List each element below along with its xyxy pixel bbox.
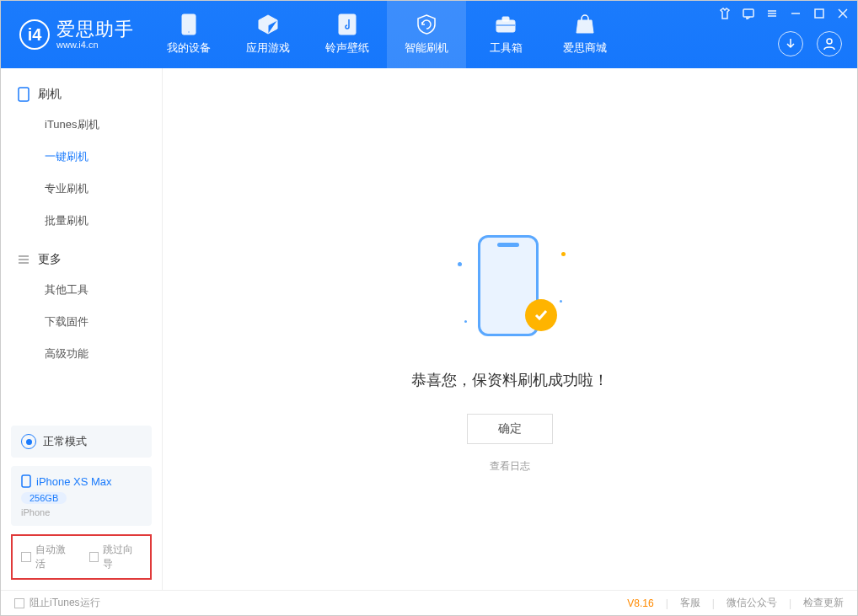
tab-apps-games[interactable]: 应用游戏	[228, 1, 308, 68]
svg-rect-3	[496, 20, 515, 32]
shirt-icon[interactable]	[717, 6, 732, 21]
list-icon	[18, 254, 29, 265]
sidebar-item-oneclick-flash[interactable]: 一键刷机	[1, 141, 162, 173]
phone-small-icon	[21, 474, 31, 488]
shield-refresh-icon	[416, 13, 437, 35]
tab-label: 铃声壁纸	[325, 40, 369, 56]
view-log-link[interactable]: 查看日志	[490, 459, 530, 474]
sidebar-item-advanced[interactable]: 高级功能	[1, 338, 162, 370]
feedback-icon[interactable]	[741, 6, 756, 21]
device-name: iPhone XS Max	[36, 475, 112, 488]
section-title-label: 更多	[38, 252, 62, 267]
download-button[interactable]	[778, 31, 803, 56]
section-title-label: 刷机	[38, 87, 62, 102]
svg-rect-4	[502, 17, 509, 21]
link-check-update[interactable]: 检查更新	[803, 596, 844, 610]
tab-ringtone-wallpaper[interactable]: 铃声壁纸	[308, 1, 387, 68]
checkbox-box	[89, 552, 99, 562]
sidebar-item-pro-flash[interactable]: 专业刷机	[1, 173, 162, 205]
version-label: V8.16	[627, 597, 653, 609]
sidebar-item-other-tools[interactable]: 其他工具	[1, 274, 162, 306]
tab-smart-flash[interactable]: 智能刷机	[387, 1, 466, 68]
app-title: 爱思助手	[56, 19, 134, 40]
logo-icon: i4	[19, 19, 50, 50]
svg-rect-19	[22, 475, 30, 487]
checkbox-skip-wizard[interactable]: 跳过向导	[89, 543, 142, 571]
maximize-button[interactable]	[812, 6, 827, 21]
device-type: iPhone	[21, 507, 142, 517]
link-support[interactable]: 客服	[680, 596, 700, 610]
success-message: 恭喜您，保资料刷机成功啦！	[411, 370, 609, 390]
checkbox-label: 自动激活	[35, 543, 74, 571]
sidebar-section-more: 更多	[1, 245, 162, 274]
tab-label: 应用游戏	[246, 40, 290, 56]
svg-rect-2	[339, 14, 356, 35]
device-storage: 256GB	[21, 492, 67, 504]
phone-icon	[18, 87, 29, 102]
checkbox-box	[21, 552, 31, 562]
checkbox-block-itunes[interactable]: 阻止iTunes运行	[14, 596, 100, 610]
status-bar: 阻止iTunes运行 V8.16 | 客服 | 微信公众号 | 检查更新	[1, 590, 857, 615]
toolbox-icon	[495, 13, 517, 35]
tab-label: 智能刷机	[405, 40, 448, 56]
mode-card[interactable]: 正常模式	[11, 426, 152, 458]
logo-letter: i4	[28, 25, 42, 45]
success-illustration	[451, 228, 569, 346]
sidebar-item-batch-flash[interactable]: 批量刷机	[1, 205, 162, 237]
bag-icon	[574, 13, 596, 35]
minimize-button[interactable]	[788, 6, 803, 21]
checkbox-auto-activate[interactable]: 自动激活	[21, 543, 74, 571]
menu-icon[interactable]	[764, 6, 780, 21]
cube-icon	[257, 13, 279, 35]
svg-point-6	[827, 39, 832, 44]
ok-button[interactable]: 确定	[467, 414, 553, 444]
tab-label: 我的设备	[167, 40, 211, 56]
tab-store[interactable]: 爱思商城	[545, 1, 625, 68]
sidebar-section-flash: 刷机	[1, 80, 162, 109]
check-badge-icon	[525, 299, 557, 331]
tab-label: 爱思商城	[563, 40, 607, 56]
svg-rect-7	[743, 9, 753, 17]
checkbox-label: 跳过向导	[103, 543, 142, 571]
device-icon	[178, 13, 200, 35]
sidebar: 刷机 iTunes刷机 一键刷机 专业刷机 批量刷机 更多 其他工具 下载固件 …	[1, 68, 163, 590]
checkbox-box	[14, 598, 24, 608]
tab-my-device[interactable]: 我的设备	[149, 1, 228, 68]
checkbox-label: 阻止iTunes运行	[29, 596, 100, 610]
music-file-icon	[336, 13, 358, 35]
device-card[interactable]: iPhone XS Max 256GB iPhone	[11, 466, 152, 526]
sidebar-item-itunes-flash[interactable]: iTunes刷机	[1, 109, 162, 141]
tab-label: 工具箱	[490, 40, 523, 56]
mode-dot-icon	[21, 434, 36, 449]
logo: i4 爱思助手 www.i4.cn	[1, 19, 149, 50]
close-button[interactable]	[835, 6, 850, 21]
svg-rect-12	[815, 9, 823, 18]
app-subtitle: www.i4.cn	[56, 40, 134, 50]
svg-point-1	[188, 31, 190, 33]
svg-rect-15	[19, 88, 29, 101]
account-button[interactable]	[817, 31, 842, 56]
tab-toolbox[interactable]: 工具箱	[466, 1, 545, 68]
main-content: 恭喜您，保资料刷机成功啦！ 确定 查看日志	[163, 68, 857, 590]
sidebar-item-download-firmware[interactable]: 下载固件	[1, 306, 162, 338]
nav-tabs: 我的设备 应用游戏 铃声壁纸 智能刷机 工具箱 爱思商城	[149, 1, 625, 68]
mode-label: 正常模式	[43, 434, 87, 449]
link-wechat[interactable]: 微信公众号	[727, 596, 777, 610]
app-header: i4 爱思助手 www.i4.cn 我的设备 应用游戏 铃声壁纸 智能刷机 工具…	[1, 1, 857, 68]
highlighted-checkbox-row: 自动激活 跳过向导	[11, 534, 152, 580]
